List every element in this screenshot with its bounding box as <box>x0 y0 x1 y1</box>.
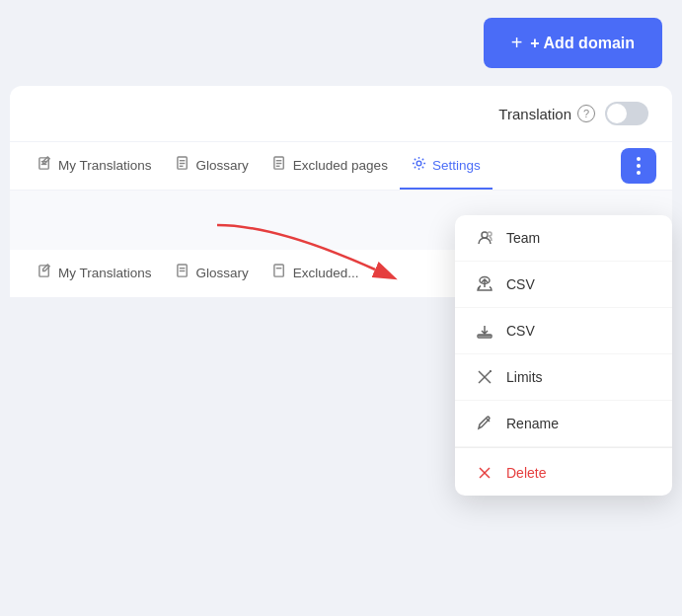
dropdown-item-rename[interactable]: Rename <box>455 401 672 447</box>
dropdown-delete-label: Delete <box>506 465 546 481</box>
tab-glossary-2[interactable]: Glossary <box>164 250 261 297</box>
plus-icon: + <box>511 32 523 54</box>
download-icon <box>475 321 494 341</box>
top-bar: + + Add domain <box>0 0 682 86</box>
settings-icon <box>412 156 426 174</box>
dropdown-rename-label: Rename <box>506 416 559 431</box>
tab-my-translations[interactable]: My Translations <box>26 142 164 190</box>
tab-my-translations-label: My Translations <box>58 158 152 173</box>
tab-excluded-2-label: Excluded... <box>293 266 359 280</box>
rename-icon <box>475 414 494 433</box>
dropdown-item-delete[interactable]: Delete <box>455 450 672 496</box>
add-domain-button[interactable]: + + Add domain <box>484 18 662 68</box>
dot-2 <box>637 164 641 168</box>
dropdown-item-csv-download[interactable]: CSV <box>455 308 672 354</box>
document-icon-excluded-2 <box>272 264 287 281</box>
menu-divider <box>455 447 672 448</box>
dropdown-item-limits[interactable]: Limits <box>455 354 672 401</box>
tab-settings[interactable]: Settings <box>400 142 493 190</box>
tab-glossary[interactable]: Glossary <box>164 142 261 190</box>
tab-glossary-2-label: Glossary <box>196 266 249 280</box>
translation-row: Translation ? <box>10 86 672 142</box>
svg-point-19 <box>482 232 488 238</box>
document-icon-2 <box>176 264 190 281</box>
translation-toggle[interactable] <box>605 102 648 125</box>
dropdown-limits-label: Limits <box>506 369 543 385</box>
upload-icon <box>475 274 494 294</box>
delete-icon <box>475 463 494 483</box>
document-icon-glossary <box>176 156 190 174</box>
svg-point-20 <box>488 232 492 236</box>
tab-excluded-2[interactable]: Excluded... <box>261 250 371 297</box>
edit-icon-2 <box>38 264 52 281</box>
dropdown-menu: Team CSV CSV <box>455 215 672 496</box>
dot-3 <box>637 171 641 175</box>
dropdown-csv-download-label: CSV <box>506 323 535 339</box>
add-domain-label: + Add domain <box>530 35 635 52</box>
dropdown-item-csv-upload[interactable]: CSV <box>455 262 672 308</box>
tabs-row: My Translations Glossary <box>10 142 672 191</box>
tab-glossary-label: Glossary <box>196 158 249 173</box>
tab-my-translations-2[interactable]: My Translations <box>26 250 164 297</box>
help-icon[interactable]: ? <box>577 105 595 122</box>
dot-1 <box>637 157 641 161</box>
three-dot-menu-button[interactable] <box>621 148 656 184</box>
tab-excluded-pages-label: Excluded pages <box>293 158 388 173</box>
dropdown-item-team[interactable]: Team <box>455 215 672 262</box>
tab-excluded-pages[interactable]: Excluded pages <box>261 142 400 190</box>
dropdown-csv-upload-label: CSV <box>506 276 535 292</box>
team-icon <box>475 228 494 248</box>
tab-my-translations-2-label: My Translations <box>58 266 152 280</box>
edit-icon <box>38 156 52 174</box>
svg-point-11 <box>417 161 421 166</box>
document-icon-excluded <box>272 156 287 174</box>
limits-icon <box>475 367 494 387</box>
tab-settings-label: Settings <box>432 158 481 173</box>
svg-rect-16 <box>274 265 283 276</box>
translation-label: Translation ? <box>498 105 595 122</box>
dropdown-team-label: Team <box>506 230 540 246</box>
